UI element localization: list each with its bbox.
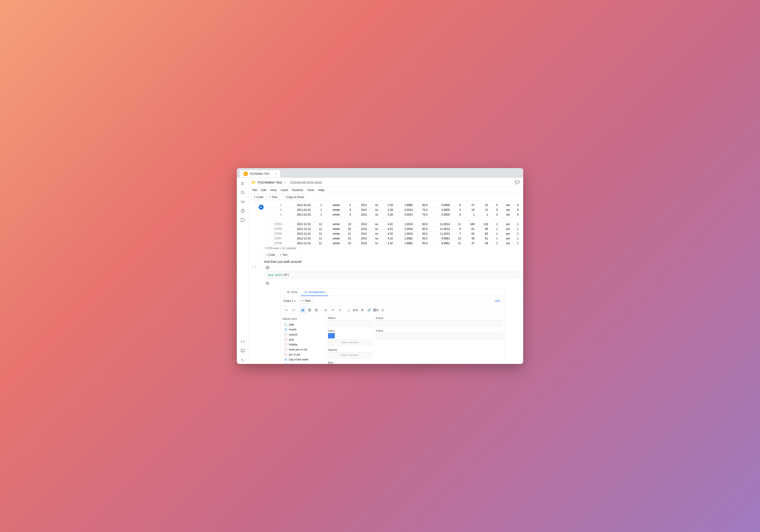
undo-button[interactable]: ↩ <box>283 307 290 313</box>
add-code-button[interactable]: + Code <box>251 194 266 200</box>
table-cell-value: 2011 <box>353 203 369 208</box>
field-item-date[interactable]: □date <box>282 322 324 327</box>
y-axis-label: Y-Axis <box>376 330 503 332</box>
table-cell-value: 61 <box>476 236 490 241</box>
table-cell-value: winter <box>324 232 342 236</box>
table-row: 173762012-12-3112winter212012no4.221.001… <box>265 232 520 236</box>
update-button[interactable]: Upd... <box>495 299 502 302</box>
link-button[interactable]: 🔗 <box>366 307 372 313</box>
table-cell-value: 27 <box>463 203 476 208</box>
table-cell-value: winter <box>324 208 342 212</box>
zoom-in-button[interactable]: △ <box>346 307 352 313</box>
table-cell-value: 2.34 <box>380 203 395 208</box>
table-cell-value: no <box>369 212 380 217</box>
menu-insert[interactable]: Insert <box>279 187 290 193</box>
cell-settings-icon[interactable] <box>265 265 270 270</box>
table-cell-value: 3 <box>265 208 284 212</box>
table-cell-value: 4.22 <box>380 227 395 232</box>
widget-settings-icon[interactable] <box>265 281 270 286</box>
field-item-am-or-pm[interactable]: 📄am or pm <box>282 352 324 357</box>
brush-button[interactable]: ✥ <box>359 307 365 313</box>
svg-line-4 <box>243 193 244 194</box>
table-cell-value: 0.0000 <box>429 208 451 212</box>
y-axis-drop-zone[interactable] <box>376 333 503 339</box>
field-name: season <box>289 333 298 336</box>
color-drop-zone[interactable]: Drop Field Here <box>328 339 372 346</box>
menu-view[interactable]: View <box>268 187 278 193</box>
sidebar-terminal2-icon[interactable] <box>239 356 247 364</box>
sidebar-search-icon[interactable] <box>239 189 247 197</box>
table-cell-value: 1.0016 <box>395 232 414 236</box>
table-cell-value: 2011 <box>353 212 369 217</box>
add-code-btn-inline[interactable]: + Code <box>264 252 277 257</box>
table-cell-value: am <box>499 208 512 212</box>
table-cell-value: am <box>499 212 512 217</box>
menu-tools[interactable]: Tools <box>306 187 316 193</box>
chart-header: Chart 1 ✏ + + New Upd... <box>281 296 505 305</box>
table-cell-value: 2012 <box>353 222 369 227</box>
menu-help[interactable]: Help <box>316 187 326 193</box>
table-cell-value: 12 <box>451 241 463 246</box>
add-text-btn-inline[interactable]: + Text <box>278 252 289 257</box>
sidebar-vars-icon[interactable]: {x} <box>239 198 247 206</box>
field-item-day-of-the-week[interactable]: #Day of the week <box>282 357 324 362</box>
table-cell-value: 17376 <box>265 232 284 236</box>
color-swatch[interactable] <box>328 333 335 338</box>
data-view-button[interactable]: ⊡ <box>380 307 386 313</box>
menu-file[interactable]: File <box>251 187 259 193</box>
menu-edit[interactable]: Edit <box>259 187 268 193</box>
image-button[interactable]: 🖼⚙ <box>373 307 379 313</box>
tab-viz-label: Visualization <box>308 290 325 294</box>
data-table: 22011-01-011winter22011no2.341.998280.00… <box>265 203 520 246</box>
code-content[interactable]: pyg.walk(df) <box>265 271 520 279</box>
copy-to-drive-button[interactable]: Copy to Drive <box>284 194 307 200</box>
not-saved-notice[interactable]: Changes will not be saved <box>290 181 322 184</box>
transpose-button[interactable]: ⇄ <box>322 307 329 313</box>
zoom-fit-button[interactable]: ⊞⚙ <box>352 307 358 313</box>
field-item-month[interactable]: #month <box>282 327 324 332</box>
sidebar-toc-icon[interactable] <box>239 179 247 188</box>
star-icon[interactable]: ☆ <box>284 181 287 184</box>
add-cell-row: + Code + Text <box>249 252 523 258</box>
svg-rect-6 <box>241 349 244 352</box>
sidebar-files-icon[interactable] <box>239 216 247 224</box>
filters-drop-zone[interactable] <box>328 320 372 327</box>
redo-button[interactable]: ↪ <box>290 307 297 313</box>
table-cell-value: no <box>369 232 380 236</box>
table-cell-value: 12 <box>313 222 324 227</box>
tab-close-icon[interactable]: × <box>275 172 277 175</box>
table-cell-value: winter <box>324 236 342 241</box>
new-chart-button[interactable]: + + New <box>298 298 313 303</box>
sidebar-terminal-icon[interactable] <box>239 347 247 355</box>
edit-icon[interactable]: ✏ <box>294 299 296 303</box>
field-item-season[interactable]: 📄season <box>282 332 324 337</box>
table-cell-value: 119 <box>476 222 490 227</box>
svg-rect-13 <box>301 310 302 311</box>
mark-type-button[interactable] <box>307 307 313 313</box>
sidebar-secrets-icon[interactable] <box>239 207 247 215</box>
sort-asc-button[interactable]: ↑≡ <box>329 307 336 313</box>
field-item-index[interactable]: #index <box>282 362 324 364</box>
field-item-year[interactable]: 📄year <box>282 337 324 342</box>
tab-visualization[interactable]: ◎ Visualization <box>301 288 328 296</box>
menu-runtime[interactable]: Runtime <box>290 187 305 193</box>
share-icon[interactable]: 💬 <box>514 179 520 185</box>
table-cell-value: 19 <box>342 222 353 227</box>
table-cell-value: 2012-12-31 <box>284 232 313 236</box>
table-cell-value: 89 <box>476 227 490 232</box>
color-label: Color <box>328 330 372 332</box>
chart-type-button[interactable] <box>300 307 306 313</box>
table-cell-value: 81 <box>463 227 476 232</box>
sidebar-code-icon[interactable] <box>239 337 247 346</box>
run-button[interactable] <box>259 205 263 210</box>
sort-desc-button[interactable]: ↓≡ <box>336 307 343 313</box>
x-axis-drop-zone[interactable] <box>376 320 503 327</box>
field-item-work-yes-or-not[interactable]: 📄work yes or not <box>282 347 324 352</box>
stack-button[interactable] <box>313 307 319 313</box>
table-cell-value: 4 <box>265 212 284 217</box>
field-name: work yes or not <box>289 348 307 351</box>
opacity-drop-zone[interactable]: Drop Field Here <box>328 352 372 358</box>
add-text-button[interactable]: + Text <box>267 194 280 200</box>
tab-data[interactable]: ⊞ Data <box>283 288 301 296</box>
field-item-holiday[interactable]: 📄holiday <box>282 342 324 347</box>
